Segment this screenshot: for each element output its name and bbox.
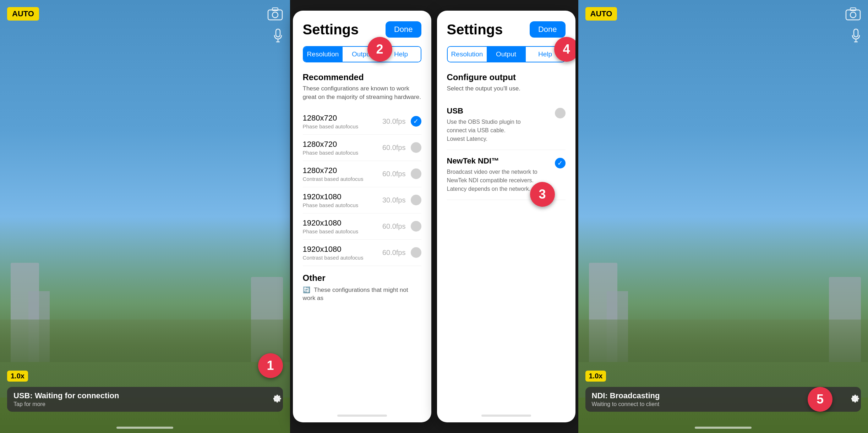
svg-point-7 — [850, 12, 856, 18]
tabs-right: Resolution Output Help — [447, 46, 566, 62]
status-sub-left: Tap for more — [13, 401, 277, 407]
resolution-row-0[interactable]: 1280x720 Phase based autofocus 30.0fps ✓ — [303, 109, 421, 135]
res-name-5: 1920x1080 — [303, 245, 364, 254]
home-indicator-right — [695, 427, 752, 429]
res-sub-2: Contrast based autofocus — [303, 176, 364, 182]
res-name-4: 1920x1080 — [303, 218, 359, 228]
status-title-left: USB: Waiting for connection — [13, 391, 277, 400]
fps-2: 60.0fps — [382, 170, 406, 178]
configure-title: Configure output — [447, 72, 566, 82]
usb-name: USB — [447, 106, 555, 116]
svg-point-1 — [272, 12, 278, 18]
zoom-badge-left[interactable]: 1.0x — [7, 371, 28, 382]
recommended-title: Recommended — [303, 72, 421, 82]
recommended-desc: These configurations are known to work g… — [303, 84, 421, 101]
svg-rect-6 — [846, 10, 860, 20]
configure-desc: Select the output you'll use. — [447, 84, 566, 93]
other-section: Other 🔄 These configurations that might … — [303, 273, 421, 303]
step-badge-2: 2 — [367, 37, 392, 62]
fps-5: 60.0fps — [382, 249, 406, 257]
output-usb[interactable]: USB Use the OBS Studio plugin to connect… — [447, 100, 566, 150]
top-bar-right: AUTO — [578, 0, 868, 24]
res-sub-3: Phase based autofocus — [303, 202, 359, 208]
radio-5[interactable] — [411, 247, 421, 258]
res-sub-1: Phase based autofocus — [303, 150, 359, 156]
settings-title-left: Settings — [303, 22, 359, 38]
mic-icon-right[interactable] — [851, 28, 861, 45]
zoom-badge-right[interactable]: 1.0x — [585, 371, 606, 382]
auto-badge-left: AUTO — [7, 7, 39, 21]
radio-1[interactable] — [411, 142, 421, 153]
svg-rect-0 — [268, 10, 282, 20]
usb-desc: Use the OBS Studio plugin to connect via… — [447, 118, 539, 143]
tabs-left: Resolution Output Help — [303, 46, 421, 62]
usb-radio[interactable] — [555, 108, 566, 118]
radio-0[interactable]: ✓ — [411, 116, 421, 127]
settings-panel-right: 4 Settings Done Resolution Output Help C… — [437, 11, 575, 422]
resolution-row-3[interactable]: 1920x1080 Phase based autofocus 30.0fps — [303, 187, 421, 213]
home-indicator-left — [116, 427, 173, 429]
svg-rect-9 — [854, 29, 858, 37]
step-badge-1: 1 — [258, 353, 283, 378]
camera-icon-left[interactable] — [267, 7, 283, 24]
fps-3: 30.0fps — [382, 196, 406, 204]
fps-4: 60.0fps — [382, 222, 406, 231]
res-sub-4: Phase based autofocus — [303, 228, 359, 234]
res-name-3: 1920x1080 — [303, 192, 359, 201]
settings-header-left: Settings Done — [303, 21, 421, 38]
step-badge-3: 3 — [530, 182, 555, 207]
step-badge-5: 5 — [808, 387, 832, 412]
settings-panel-left: 2 Settings Done Resolution Output Help R… — [293, 11, 431, 422]
phone-screen-right: AUTO 1.0x NDI: Broadcasting Waiting to c… — [578, 0, 868, 433]
tab-resolution-right[interactable]: Resolution — [448, 47, 487, 62]
tab-output-right[interactable]: Output — [487, 47, 526, 62]
output-ndi[interactable]: 3 NewTek NDI™ Broadcast video over the n… — [447, 150, 566, 200]
fps-1: 60.0fps — [382, 144, 406, 152]
res-name-2: 1280x720 — [303, 166, 364, 175]
phone-screen-left: AUTO 1.0x USB: Waiting for connection Ta… — [0, 0, 290, 433]
done-button-right[interactable]: Done — [530, 21, 566, 38]
resolution-row-2[interactable]: 1280x720 Contrast based autofocus 60.0fp… — [303, 161, 421, 187]
svg-rect-3 — [276, 29, 280, 37]
status-bar-left[interactable]: USB: Waiting for connection Tap for more — [7, 387, 283, 412]
resolution-row-5[interactable]: 1920x1080 Contrast based autofocus 60.0f… — [303, 240, 421, 266]
res-name-1: 1280x720 — [303, 140, 359, 149]
resolution-row-4[interactable]: 1920x1080 Phase based autofocus 60.0fps — [303, 213, 421, 240]
ndi-name: NewTek NDI™ — [447, 156, 555, 166]
radio-2[interactable] — [411, 168, 421, 179]
res-sub-0: Phase based autofocus — [303, 123, 359, 129]
fps-0: 30.0fps — [382, 117, 406, 126]
ndi-desc: Broadcast video over the network to NewT… — [447, 168, 539, 193]
mic-icon-left[interactable] — [273, 28, 283, 45]
top-bar-left: AUTO — [0, 0, 290, 24]
auto-badge-right: AUTO — [585, 7, 617, 21]
res-sub-5: Contrast based autofocus — [303, 255, 364, 261]
res-name-0: 1280x720 — [303, 113, 359, 123]
other-title: Other — [303, 273, 421, 283]
radio-3[interactable] — [411, 195, 421, 205]
tab-resolution-left[interactable]: Resolution — [304, 47, 343, 62]
resolution-row-1[interactable]: 1280x720 Phase based autofocus 60.0fps — [303, 135, 421, 161]
ndi-radio[interactable]: ✓ — [555, 158, 566, 168]
done-button-left[interactable]: Done — [386, 21, 421, 38]
other-desc: 🔄 These configurations that might not wo… — [303, 286, 421, 303]
camera-icon-right[interactable] — [845, 7, 861, 24]
gear-btn-right[interactable] — [847, 392, 861, 409]
settings-title-right: Settings — [447, 22, 503, 38]
gear-btn-left[interactable] — [269, 392, 283, 409]
settings-header-right: Settings Done — [447, 21, 566, 38]
radio-4[interactable] — [411, 221, 421, 232]
